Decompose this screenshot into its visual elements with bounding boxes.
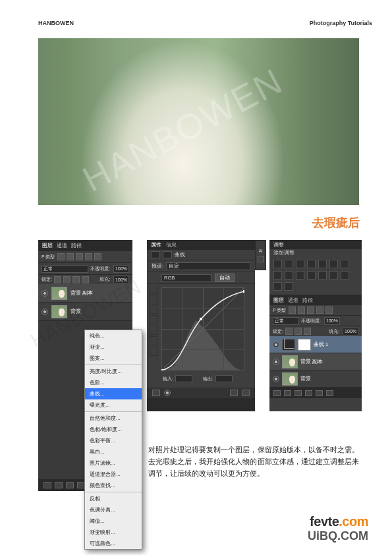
lock-icon[interactable] xyxy=(72,276,80,283)
adj-levels-icon[interactable] xyxy=(285,260,293,268)
adj-selectivecolor-icon[interactable] xyxy=(285,282,293,291)
tab-paths[interactable]: 路径 xyxy=(302,297,313,304)
eye-icon[interactable] xyxy=(273,376,279,382)
filter-icon[interactable] xyxy=(307,307,314,314)
filter-icon[interactable] xyxy=(316,307,323,314)
mask-icon[interactable] xyxy=(55,482,63,488)
mi-selective-color[interactable]: 可选颜色... xyxy=(85,538,142,549)
filter-icon[interactable] xyxy=(85,253,92,260)
eye-icon[interactable] xyxy=(164,390,171,396)
adj-brightness-icon[interactable] xyxy=(273,260,282,268)
mi-hue-sat[interactable]: 色相/饱和度... xyxy=(85,424,142,435)
filter-icon[interactable] xyxy=(76,253,83,260)
new-icon[interactable] xyxy=(316,390,323,396)
curves-graph[interactable] xyxy=(161,287,244,370)
tab-properties[interactable]: 属性 xyxy=(151,241,161,248)
reset-icon[interactable] xyxy=(230,390,238,396)
adj-threshold-icon[interactable] xyxy=(341,271,349,279)
blend-mode-select[interactable]: 正常 xyxy=(273,317,299,325)
tab-channels[interactable]: 通道 xyxy=(288,297,298,304)
adj-hue-icon[interactable] xyxy=(329,260,338,268)
mi-exposure[interactable]: 曝光度... xyxy=(85,399,142,411)
mi-invert[interactable]: 反相 xyxy=(85,492,142,504)
mi-photo-filter[interactable]: 照片滤镜... xyxy=(85,457,142,469)
layer-row[interactable]: 曲线 1 xyxy=(269,336,362,353)
layer-row[interactable]: 背景 xyxy=(38,303,132,321)
layer-row[interactable]: 背景 xyxy=(269,370,362,388)
fill-value[interactable]: 100% xyxy=(343,328,358,336)
adj-gradientmap-icon[interactable] xyxy=(273,282,282,291)
filter-icon[interactable] xyxy=(289,307,296,314)
mi-gradient[interactable]: 渐变... xyxy=(85,341,142,353)
mi-channel-mixer[interactable]: 通道混合器... xyxy=(85,469,142,480)
adj-colorbalance-icon[interactable] xyxy=(341,260,349,268)
filter-icon[interactable] xyxy=(298,307,305,314)
preset-select[interactable]: 自定 xyxy=(166,262,250,270)
mi-color-balance[interactable]: 色彩平衡... xyxy=(85,435,142,446)
eyedropper-black-icon[interactable] xyxy=(149,305,158,314)
eye-icon[interactable] xyxy=(273,341,279,348)
trash-icon[interactable] xyxy=(242,390,250,396)
group-icon[interactable] xyxy=(305,390,312,396)
tab-channels[interactable]: 通道 xyxy=(57,242,67,249)
adj-colorlookup-icon[interactable] xyxy=(307,271,316,279)
filter-icon[interactable] xyxy=(94,253,101,260)
adj-posterize-icon[interactable] xyxy=(329,271,338,279)
mi-bw[interactable]: 黑白... xyxy=(85,446,142,457)
adj-vibrance-icon[interactable] xyxy=(318,260,327,268)
adj-invert-icon[interactable] xyxy=(318,271,327,279)
lock-icon[interactable] xyxy=(304,328,311,335)
opacity-value[interactable]: 100% xyxy=(324,317,340,325)
mask-icon[interactable] xyxy=(284,390,291,396)
mi-posterize[interactable]: 色调分离... xyxy=(85,504,142,515)
filter-icon[interactable] xyxy=(57,253,65,260)
mi-solid-color[interactable]: 纯色... xyxy=(85,330,142,341)
lock-icon[interactable] xyxy=(63,276,70,283)
lock-icon[interactable] xyxy=(294,328,302,335)
tab-paths[interactable]: 路径 xyxy=(71,242,82,249)
fill-value[interactable]: 100% xyxy=(113,276,129,283)
mi-brightness-contrast[interactable]: 亮度/对比度... xyxy=(85,365,142,377)
eyedropper-white-icon[interactable] xyxy=(149,326,158,335)
input-field[interactable] xyxy=(175,375,192,382)
filter-icon[interactable] xyxy=(325,307,333,314)
lock-icon[interactable] xyxy=(54,276,61,283)
mi-color-lookup[interactable]: 颜色查找... xyxy=(85,480,142,491)
mi-pattern[interactable]: 图案... xyxy=(85,353,142,364)
tab-layers[interactable]: 图层 xyxy=(42,242,53,249)
eye-icon[interactable] xyxy=(42,290,48,297)
adj-curves-icon[interactable] xyxy=(296,260,304,268)
layer-row[interactable]: 背景 副本 xyxy=(269,353,362,370)
fx-icon[interactable] xyxy=(273,390,281,396)
auto-button[interactable]: 自动 xyxy=(215,274,235,282)
lock-icon[interactable] xyxy=(82,276,89,283)
mi-curves[interactable]: 曲线... xyxy=(85,388,142,399)
mi-gradient-map[interactable]: 渐变映射... xyxy=(85,527,142,538)
adjust-icon[interactable] xyxy=(294,390,302,396)
tab-layers[interactable]: 图层 xyxy=(273,297,284,304)
curve-edit-icon[interactable] xyxy=(149,336,158,345)
tab-info[interactable]: 信息 xyxy=(166,241,177,248)
opacity-value[interactable]: 100% xyxy=(113,265,129,273)
clip-icon[interactable] xyxy=(152,390,160,396)
adjust-icon[interactable] xyxy=(66,482,74,488)
blend-mode-select[interactable]: 正常 xyxy=(42,265,88,273)
fx-icon[interactable] xyxy=(43,482,51,488)
layer-row[interactable]: 背景 副本 xyxy=(38,284,132,303)
curve-tool-icon[interactable] xyxy=(149,283,158,293)
eye-icon[interactable] xyxy=(273,359,279,365)
adjust-tab[interactable]: 调整 xyxy=(269,240,362,249)
ai-side-tab[interactable]: Al xyxy=(255,240,266,270)
filter-icon[interactable] xyxy=(67,253,74,260)
adj-photofilter-icon[interactable] xyxy=(285,271,293,279)
mi-vibrance[interactable]: 自然饱和度... xyxy=(85,411,142,424)
lock-icon[interactable] xyxy=(285,328,293,335)
eye-icon[interactable] xyxy=(42,308,48,315)
adj-channelmixer-icon[interactable] xyxy=(296,271,304,279)
mi-levels[interactable]: 色阶... xyxy=(85,377,142,388)
adj-exposure-icon[interactable] xyxy=(307,260,316,268)
curve-tool-icon[interactable] xyxy=(149,294,158,303)
curve-hand-icon[interactable] xyxy=(149,347,158,356)
channel-select[interactable]: RGB xyxy=(161,274,211,282)
trash-icon[interactable] xyxy=(326,390,333,396)
